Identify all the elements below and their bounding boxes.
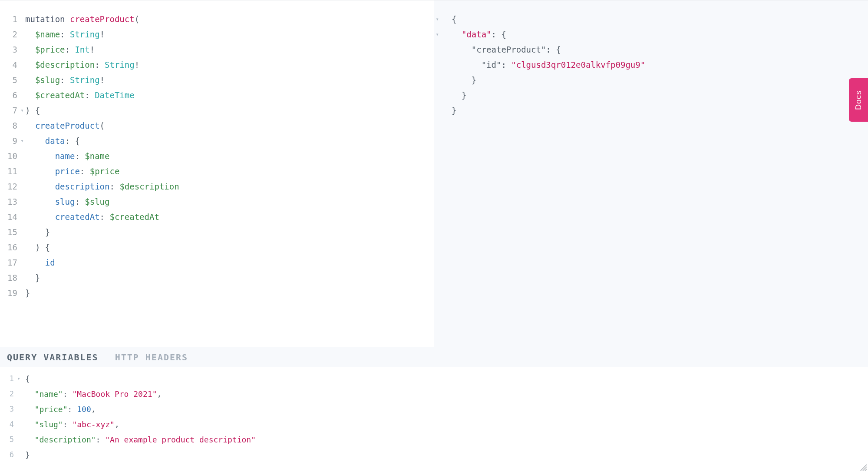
docs-toggle-button[interactable]: Docs: [849, 78, 868, 122]
query-editor[interactable]: 12345678910111213141516171819 ▾▾ mutatio…: [0, 0, 434, 347]
tab-query-variables[interactable]: QUERY VARIABLES: [7, 352, 99, 362]
fold-toggle-icon: [16, 447, 22, 462]
query-line-gutter: 12345678910111213141516171819: [0, 0, 19, 301]
fold-toggle-icon: [19, 255, 25, 270]
fold-toggle-icon: [19, 27, 25, 42]
fold-toggle-icon: [19, 194, 25, 209]
fold-toggle-icon: [434, 57, 440, 73]
fold-toggle-icon: [19, 286, 25, 301]
fold-toggle-icon[interactable]: ▾: [434, 12, 440, 27]
fold-toggle-icon: [16, 417, 22, 432]
graphql-playground: 12345678910111213141516171819 ▾▾ mutatio…: [0, 0, 868, 472]
fold-toggle-icon: [19, 164, 25, 179]
fold-toggle-icon[interactable]: ▾: [19, 133, 25, 149]
query-fold-gutter: ▾▾: [19, 0, 25, 301]
result-code[interactable]: { "data": { "createProduct": { "id": "cl…: [452, 0, 868, 118]
fold-toggle-icon[interactable]: ▾: [16, 371, 22, 386]
fold-toggle-icon: [19, 42, 25, 57]
fold-toggle-icon: [19, 240, 25, 255]
fold-toggle-icon[interactable]: ▾: [434, 27, 440, 42]
fold-toggle-icon: [434, 42, 440, 57]
fold-toggle-icon: [19, 149, 25, 164]
fold-toggle-icon: [16, 386, 22, 402]
bottom-tabs: QUERY VARIABLES HTTP HEADERS: [0, 347, 868, 367]
variables-editor[interactable]: 123456 ▾ { "name": "MacBook Pro 2021", "…: [0, 367, 868, 472]
result-fold-gutter: ▾▾: [434, 0, 440, 118]
tab-http-headers[interactable]: HTTP HEADERS: [115, 352, 188, 362]
fold-toggle-icon: [19, 88, 25, 103]
variables-line-gutter: 123456: [0, 367, 16, 462]
fold-toggle-icon: [19, 12, 25, 27]
variables-code[interactable]: { "name": "MacBook Pro 2021", "price": 1…: [25, 367, 868, 462]
fold-toggle-icon: [19, 225, 25, 240]
fold-toggle-icon: [19, 270, 25, 286]
fold-toggle-icon: [19, 73, 25, 88]
top-split: 12345678910111213141516171819 ▾▾ mutatio…: [0, 0, 868, 347]
fold-toggle-icon: [434, 103, 440, 118]
resize-corner-icon[interactable]: [859, 463, 867, 471]
result-pane: ▾▾ { "data": { "createProduct": { "id": …: [434, 0, 868, 347]
query-code[interactable]: mutation createProduct( $name: String! $…: [25, 0, 434, 301]
fold-toggle-icon: [19, 57, 25, 73]
fold-toggle-icon: [16, 432, 22, 447]
fold-toggle-icon[interactable]: ▾: [19, 103, 25, 118]
fold-toggle-icon: [19, 118, 25, 133]
fold-toggle-icon: [19, 179, 25, 194]
fold-toggle-icon: [19, 209, 25, 225]
variables-fold-gutter: ▾: [16, 367, 22, 462]
fold-toggle-icon: [434, 73, 440, 88]
fold-toggle-icon: [434, 88, 440, 103]
fold-toggle-icon: [16, 402, 22, 417]
